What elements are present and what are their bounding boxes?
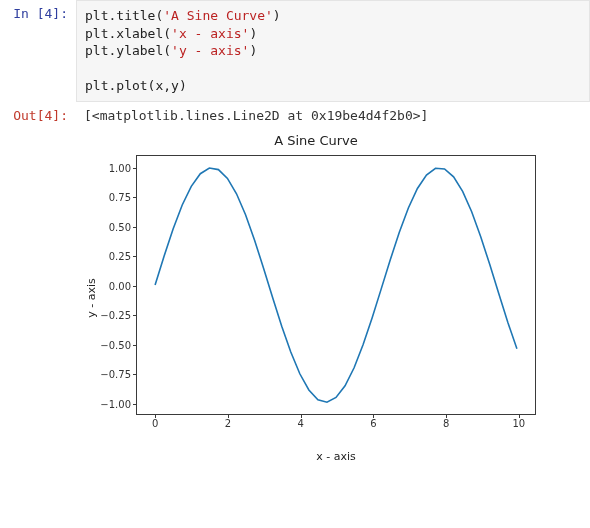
code-l2a: plt.xlabel( xyxy=(85,26,171,41)
out-suffix: ]: xyxy=(52,108,68,123)
plot-area: −1.00−0.75−0.50−0.250.000.250.500.751.00… xyxy=(136,155,536,415)
xtick-label: 8 xyxy=(443,418,449,429)
input-cell: In [4]: plt.title('A Sine Curve') plt.xl… xyxy=(0,0,590,102)
ytick-mark xyxy=(133,315,137,316)
xtick-label: 10 xyxy=(512,418,525,429)
xtick-mark xyxy=(373,414,374,418)
sine-chart: A Sine Curve y - axis −1.00−0.75−0.50−0.… xyxy=(76,133,556,463)
xtick-mark xyxy=(446,414,447,418)
chart-output: A Sine Curve y - axis −1.00−0.75−0.50−0.… xyxy=(76,129,590,473)
ytick-mark xyxy=(133,256,137,257)
code-l3a: plt.ylabel( xyxy=(85,43,171,58)
code-l3str: 'y - axis' xyxy=(171,43,249,58)
ytick-mark xyxy=(133,227,137,228)
chart-title: A Sine Curve xyxy=(76,133,556,148)
ytick-label: 0.75 xyxy=(109,192,131,203)
ytick-label: 0.50 xyxy=(109,221,131,232)
ytick-label: −0.75 xyxy=(100,369,131,380)
xtick-mark xyxy=(519,414,520,418)
code-l3b: ) xyxy=(249,43,257,58)
chart-ylabel: y - axis xyxy=(85,278,98,318)
code-editor[interactable]: plt.title('A Sine Curve') plt.xlabel('x … xyxy=(76,0,590,102)
ytick-mark xyxy=(133,345,137,346)
ytick-label: −1.00 xyxy=(100,398,131,409)
ytick-label: 1.00 xyxy=(109,162,131,173)
code-l2str: 'x - axis' xyxy=(171,26,249,41)
output-prompt: Out[4]: xyxy=(0,102,76,129)
xtick-label: 2 xyxy=(225,418,231,429)
out-prefix: Out[ xyxy=(13,108,44,123)
code-l2b: ) xyxy=(249,26,257,41)
output-cell: Out[4]: [<matplotlib.lines.Line2D at 0x1… xyxy=(0,102,590,129)
xtick-mark xyxy=(155,414,156,418)
ytick-label: −0.50 xyxy=(100,339,131,350)
ytick-mark xyxy=(133,404,137,405)
in-suffix: ]: xyxy=(52,6,68,21)
ytick-mark xyxy=(133,197,137,198)
ytick-mark xyxy=(133,286,137,287)
output-text: [<matplotlib.lines.Line2D at 0x19be4d4f2… xyxy=(76,102,590,129)
xtick-label: 4 xyxy=(297,418,303,429)
xtick-mark xyxy=(228,414,229,418)
code-l1b: ) xyxy=(273,8,281,23)
xtick-label: 6 xyxy=(370,418,376,429)
chart-xlabel: x - axis xyxy=(136,450,536,463)
xtick-mark xyxy=(301,414,302,418)
ytick-mark xyxy=(133,168,137,169)
code-l1str: 'A Sine Curve' xyxy=(163,8,273,23)
code-l1a: plt.title( xyxy=(85,8,163,23)
xtick-label: 0 xyxy=(152,418,158,429)
sine-line xyxy=(137,156,535,414)
input-prompt: In [4]: xyxy=(0,0,76,27)
ytick-mark xyxy=(133,374,137,375)
in-prefix: In [ xyxy=(13,6,44,21)
ytick-label: −0.25 xyxy=(100,310,131,321)
code-l5: plt.plot(x,y) xyxy=(85,78,187,93)
ytick-label: 0.00 xyxy=(109,280,131,291)
ytick-label: 0.25 xyxy=(109,251,131,262)
